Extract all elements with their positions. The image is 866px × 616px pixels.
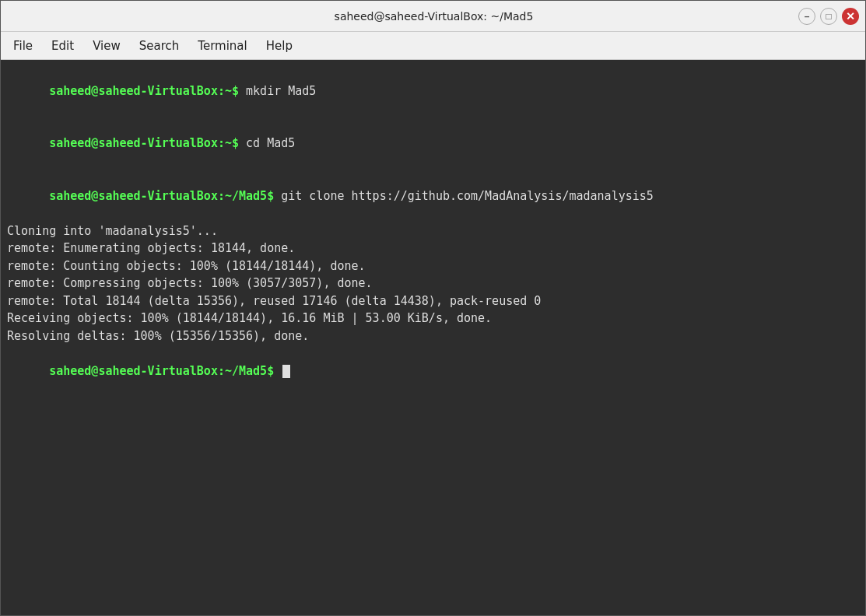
menu-terminal[interactable]: Terminal: [188, 36, 256, 56]
menu-edit[interactable]: Edit: [42, 36, 83, 56]
title-bar: saheed@saheed-VirtualBox: ~/Mad5 – □ ✕: [1, 1, 865, 32]
terminal-output-4: remote: Compressing objects: 100% (3057/…: [7, 275, 859, 292]
maximize-button[interactable]: □: [820, 8, 837, 25]
prompt-final: saheed@saheed-VirtualBox:~/Mad5$: [49, 364, 281, 378]
window-title: saheed@saheed-VirtualBox: ~/Mad5: [69, 10, 798, 23]
close-button[interactable]: ✕: [842, 8, 859, 25]
menu-bar: File Edit View Search Terminal Help: [1, 32, 865, 60]
terminal-output-5: remote: Total 18144 (delta 15356), reuse…: [7, 292, 859, 310]
menu-file[interactable]: File: [4, 36, 42, 56]
menu-help[interactable]: Help: [257, 36, 302, 56]
terminal-output-1: Cloning into 'madanalysis5'...: [7, 222, 859, 240]
minimize-button[interactable]: –: [798, 8, 815, 25]
menu-view[interactable]: View: [83, 36, 130, 56]
terminal-line-1: saheed@saheed-VirtualBox:~$ mkdir Mad5: [7, 65, 859, 117]
prompt-2: saheed@saheed-VirtualBox:~$: [49, 136, 246, 150]
terminal-output-2: remote: Enumerating objects: 18144, done…: [7, 240, 859, 257]
terminal-output-6: Receiving objects: 100% (18144/18144), 1…: [7, 310, 859, 327]
prompt-1: saheed@saheed-VirtualBox:~$: [49, 84, 246, 98]
window-controls: – □ ✕: [798, 8, 859, 25]
terminal-output-7: Resolving deltas: 100% (15356/15356), do…: [7, 327, 859, 345]
terminal-line-3: saheed@saheed-VirtualBox:~/Mad5$ git clo…: [7, 170, 859, 222]
menu-search[interactable]: Search: [130, 36, 189, 56]
prompt-3: saheed@saheed-VirtualBox:~/Mad5$: [49, 189, 281, 203]
terminal-body[interactable]: saheed@saheed-VirtualBox:~$ mkdir Mad5 s…: [1, 60, 865, 615]
terminal-line-2: saheed@saheed-VirtualBox:~$ cd Mad5: [7, 117, 859, 170]
terminal-output-3: remote: Counting objects: 100% (18144/18…: [7, 257, 859, 275]
cursor-block: [282, 365, 290, 378]
terminal-line-final: saheed@saheed-VirtualBox:~/Mad5$: [7, 345, 859, 397]
terminal-window: saheed@saheed-VirtualBox: ~/Mad5 – □ ✕ F…: [0, 0, 866, 616]
